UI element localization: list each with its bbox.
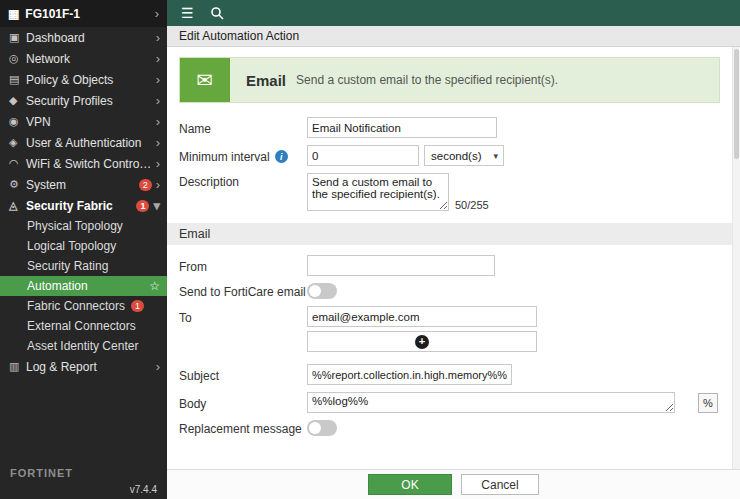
to-label: To	[179, 309, 307, 325]
dropdown-arrow-icon: ▾	[494, 151, 499, 161]
user-icon: ◈	[9, 136, 26, 149]
notification-badge: 2	[139, 179, 152, 191]
from-label: From	[179, 258, 307, 274]
dashboard-icon: ▣	[9, 31, 26, 44]
sidebar-item-log-report[interactable]: ▥ Log & Report ›	[0, 356, 167, 377]
from-row: From	[179, 255, 720, 276]
main-area: ☰ Edit Automation Action ✉ Email Send a …	[167, 0, 740, 499]
email-envelope-icon: ✉	[180, 58, 230, 102]
body-textarea[interactable]: %%log%%	[307, 392, 675, 413]
add-recipient-icon[interactable]: +	[415, 335, 429, 349]
info-icon[interactable]: i	[275, 150, 288, 163]
notification-badge: 1	[136, 200, 149, 212]
vpn-icon: ◉	[9, 115, 26, 128]
email-section-header: Email	[167, 223, 740, 245]
notification-badge: 1	[131, 300, 144, 312]
cancel-button[interactable]: Cancel	[461, 474, 539, 495]
chevron-right-icon: ›	[156, 30, 160, 45]
body-label: Body	[179, 395, 307, 411]
sidebar-item-fabric-connectors[interactable]: Fabric Connectors 1	[0, 296, 167, 316]
add-recipient-row: +	[179, 331, 720, 352]
sidebar-item-wifi-switch-controller[interactable]: ◠ WiFi & Switch Controller ›	[0, 153, 167, 174]
hamburger-menu-icon[interactable]: ☰	[181, 5, 194, 21]
subject-label: Subject	[179, 367, 307, 383]
name-row: Name	[179, 117, 720, 138]
sidebar-item-user-authentication[interactable]: ◈ User & Authentication ›	[0, 132, 167, 153]
description-label: Description	[179, 173, 307, 189]
sidebar-item-security-fabric[interactable]: ◬ Security Fabric 1 ▾	[0, 195, 167, 216]
device-name: FG101F-1	[25, 7, 80, 21]
topbar: ☰	[167, 0, 740, 26]
name-label: Name	[179, 120, 307, 136]
insert-variable-button[interactable]: %	[698, 393, 718, 413]
fortinet-logo: FORTINET	[10, 467, 73, 479]
minimum-interval-input[interactable]	[307, 145, 419, 166]
sidebar-item-security-rating[interactable]: Security Rating	[0, 256, 167, 276]
replacement-message-row: Replacement message	[179, 420, 720, 436]
to-input[interactable]	[307, 306, 537, 327]
chevron-right-icon: ›	[156, 135, 160, 150]
sidebar-item-asset-identity-center[interactable]: Asset Identity Center	[0, 336, 167, 356]
network-icon: ◎	[9, 52, 26, 65]
description-textarea[interactable]: Send a custom email to the specified rec…	[307, 173, 449, 211]
chevron-right-icon: ›	[156, 156, 160, 171]
form-footer: OK Cancel	[167, 469, 740, 499]
sidebar: ▦ FG101F-1 › ▣ Dashboard › ◎ Network › ▤…	[0, 0, 167, 499]
chevron-right-icon: ›	[156, 177, 160, 192]
body-row: Body %%log%% %	[179, 392, 720, 413]
sidebar-item-dashboard[interactable]: ▣ Dashboard ›	[0, 27, 167, 48]
chevron-right-icon: ›	[156, 72, 160, 87]
sidebar-nav: ▣ Dashboard › ◎ Network › ▤ Policy & Obj…	[0, 27, 167, 377]
replacement-message-toggle[interactable]	[307, 420, 337, 436]
app-root: ▦ FG101F-1 › ▣ Dashboard › ◎ Network › ▤…	[0, 0, 740, 499]
character-counter: 50/255	[455, 199, 489, 211]
to-row: To	[179, 306, 720, 327]
chevron-right-icon: ›	[156, 51, 160, 66]
action-type-description: Send a custom email to the specified rec…	[296, 73, 558, 87]
device-selector[interactable]: ▦ FG101F-1 ›	[0, 0, 167, 27]
sidebar-item-physical-topology[interactable]: Physical Topology	[0, 216, 167, 236]
interval-unit-select[interactable]: second(s) ▾	[424, 145, 504, 166]
device-icon: ▦	[8, 7, 19, 21]
minimum-interval-label: Minimum interval i	[179, 148, 307, 164]
description-row: Description Send a custom email to the s…	[179, 173, 720, 211]
search-icon[interactable]	[210, 6, 224, 20]
favorite-star-icon[interactable]: ☆	[149, 279, 160, 293]
sidebar-item-system[interactable]: ⚙ System 2 ›	[0, 174, 167, 195]
chevron-right-icon: ›	[156, 114, 160, 129]
ok-button[interactable]: OK	[368, 474, 452, 495]
forticare-toggle[interactable]	[307, 283, 337, 299]
breadcrumb: Edit Automation Action	[167, 26, 740, 47]
action-type-header: ✉ Email Send a custom email to the speci…	[179, 57, 720, 103]
chevron-right-icon: ›	[156, 93, 160, 108]
subject-row: Subject	[179, 364, 720, 385]
sidebar-footer: FORTINET v7.4.4	[0, 463, 167, 495]
security-fabric-icon: ◬	[9, 199, 26, 212]
action-type-title: Email	[246, 72, 286, 89]
from-input[interactable]	[307, 255, 495, 276]
version-label: v7.4.4	[10, 484, 157, 495]
scrollbar-thumb[interactable]	[734, 49, 739, 159]
replacement-message-label: Replacement message	[179, 420, 307, 436]
system-gear-icon: ⚙	[9, 178, 26, 191]
edit-automation-form: ✉ Email Send a custom email to the speci…	[167, 47, 740, 469]
name-input[interactable]	[307, 117, 497, 138]
chevron-right-icon: ›	[155, 6, 159, 21]
sidebar-item-policy-objects[interactable]: ▤ Policy & Objects ›	[0, 69, 167, 90]
log-report-icon: ▥	[9, 360, 26, 373]
sidebar-item-external-connectors[interactable]: External Connectors	[0, 316, 167, 336]
sidebar-item-vpn[interactable]: ◉ VPN ›	[0, 111, 167, 132]
subject-input[interactable]	[307, 364, 512, 385]
policy-icon: ▤	[9, 73, 26, 86]
sidebar-item-network[interactable]: ◎ Network ›	[0, 48, 167, 69]
chevron-down-icon: ▾	[153, 198, 160, 213]
minimum-interval-row: Minimum interval i second(s) ▾	[179, 145, 720, 166]
sidebar-item-automation[interactable]: Automation ☆	[0, 276, 167, 296]
chevron-right-icon: ›	[156, 359, 160, 374]
add-recipient-box: +	[307, 331, 537, 352]
forticare-label: Send to FortiCare email	[179, 283, 307, 299]
sidebar-item-logical-topology[interactable]: Logical Topology	[0, 236, 167, 256]
sidebar-item-security-profiles[interactable]: ◆ Security Profiles ›	[0, 90, 167, 111]
wifi-icon: ◠	[9, 157, 26, 170]
vertical-scrollbar[interactable]	[732, 47, 740, 469]
